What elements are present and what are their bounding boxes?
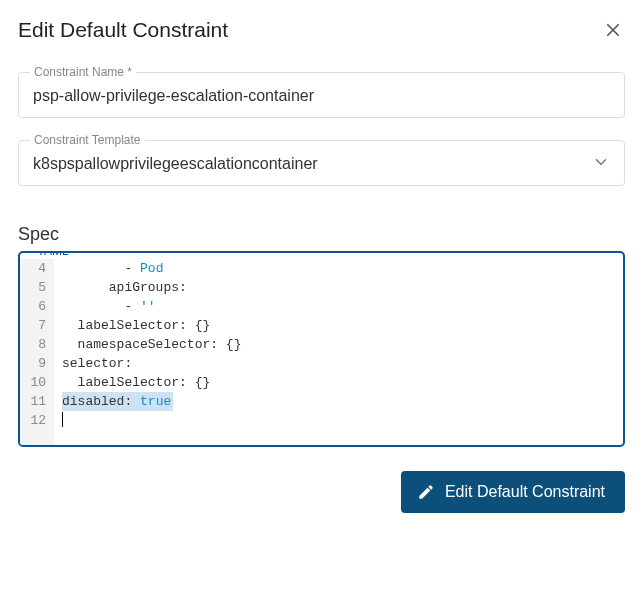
pencil-icon	[417, 483, 435, 501]
line-number-gutter: 456789101112	[20, 259, 54, 445]
code-area[interactable]: - Pod apiGroups: - '' labelSelector: {} …	[54, 259, 241, 445]
edit-default-constraint-button[interactable]: Edit Default Constraint	[401, 471, 625, 513]
close-button[interactable]	[601, 18, 625, 42]
yaml-editor[interactable]: YAML 456789101112 - Pod apiGroups: - '' …	[18, 251, 625, 447]
constraint-name-field[interactable]: Constraint Name *	[18, 72, 625, 118]
yaml-format-label: YAML	[32, 251, 74, 258]
constraint-template-label: Constraint Template	[30, 133, 145, 147]
close-icon	[604, 21, 622, 39]
chevron-down-icon	[592, 153, 610, 175]
constraint-template-value: k8spspallowprivilegeescalationcontainer	[33, 153, 584, 175]
primary-button-label: Edit Default Constraint	[445, 483, 605, 501]
constraint-name-input[interactable]	[33, 85, 610, 107]
constraint-name-label: Constraint Name *	[30, 65, 136, 79]
constraint-template-field[interactable]: Constraint Template k8spspallowprivilege…	[18, 140, 625, 186]
spec-heading: Spec	[18, 224, 625, 245]
dialog-title: Edit Default Constraint	[18, 18, 228, 42]
